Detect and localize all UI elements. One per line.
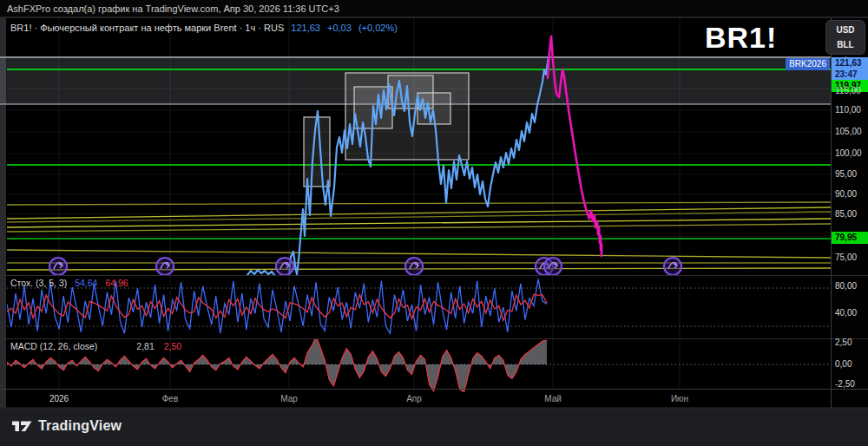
- symbol-legend[interactable]: BR1! · Фьючерсный контракт на нефть марк…: [10, 23, 398, 33]
- contract-label: BRK2026: [786, 58, 830, 70]
- tradingview-logo[interactable]: TradingView: [12, 418, 122, 434]
- time-tick-label: Мар: [280, 394, 298, 404]
- unit-toggle-bll[interactable]: BLL: [837, 40, 853, 49]
- legend-last-price: 121,63: [291, 23, 320, 33]
- bar-countdown: 23:47: [835, 69, 868, 80]
- stoch-tick-label: 80,00: [835, 281, 857, 292]
- left-edge-strip: [0, 17, 6, 408]
- price-tick-label: 110,00: [835, 105, 861, 115]
- macd-label: MACD (12, 26, close): [10, 341, 97, 351]
- symbol-title: BR1! · Фьючерсный контракт на нефть марк…: [10, 23, 284, 33]
- macd-tick-label: 2,50: [835, 338, 852, 348]
- price-tick-label: 115,00: [835, 86, 861, 96]
- macd-tick-label: -2,50: [835, 379, 855, 390]
- macd-tick-label: 0,00: [835, 359, 852, 370]
- price-tick-label: 100,00: [835, 148, 862, 159]
- attribution-bar: AshFXPro создал(а) график на TradingView…: [0, 0, 868, 17]
- macd-value: 2,81: [136, 341, 154, 351]
- macd-indicator-legend[interactable]: MACD (12, 26, close) 2,81 2,50: [10, 341, 181, 351]
- tradingview-logo-icon: [12, 419, 32, 434]
- last-price-label: 121,63 23:47: [832, 57, 868, 80]
- attribution-text: AshFXPro создал(а) график на TradingView…: [7, 3, 339, 14]
- footer-bar: [0, 408, 868, 446]
- time-tick-label: Май: [544, 394, 562, 404]
- symbol-watermark: BR1!: [705, 21, 777, 55]
- macd-signal-value: 2,50: [164, 341, 181, 351]
- unit-toggle[interactable]: USD BLL: [825, 20, 865, 55]
- last-price-value: 121,63: [835, 57, 868, 69]
- time-tick-label: Фев: [162, 394, 178, 404]
- legend-change-pct: (+0,02%): [358, 23, 398, 33]
- stoch-d-value: 64,96: [105, 278, 128, 288]
- stoch-label: Стох. (3, 5, 3): [10, 278, 67, 288]
- stoch-k-value: 54,64: [75, 278, 97, 288]
- legend-change: +0,03: [327, 23, 352, 33]
- price-tick-label: 75,00: [835, 253, 857, 263]
- time-tick-label: Апр: [406, 394, 422, 404]
- price-tick-label: 95,00: [835, 169, 857, 180]
- currency-toggle-usd[interactable]: USD: [836, 25, 854, 35]
- time-tick-label: Июн: [671, 394, 688, 404]
- price-tick-label: 105,00: [835, 127, 862, 137]
- tradingview-logo-text: TradingView: [38, 418, 122, 434]
- stoch-tick-label: 40,00: [835, 308, 857, 318]
- price-tick-label: 85,00: [835, 209, 857, 220]
- stoch-indicator-legend[interactable]: Стох. (3, 5, 3) 54,64 64,96: [10, 278, 128, 288]
- time-tick-label: 2026: [49, 394, 69, 404]
- price-tick-label: 90,00: [835, 189, 857, 200]
- level-price-label-low: 79,95: [832, 232, 868, 244]
